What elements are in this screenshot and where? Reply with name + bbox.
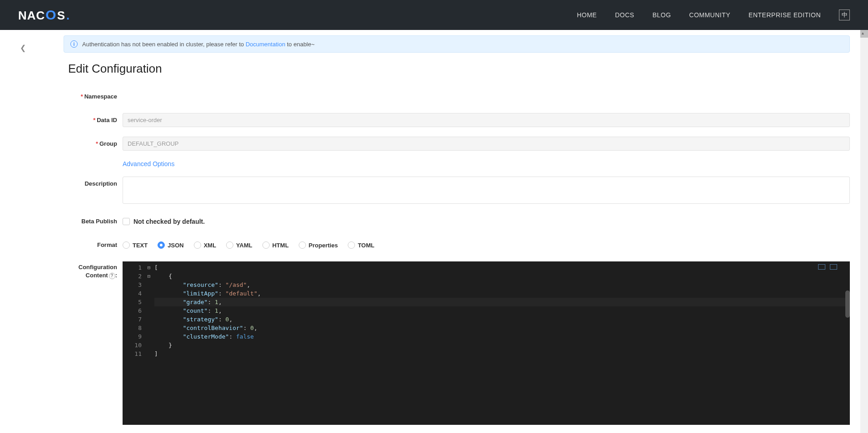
beta-checkbox[interactable] [123, 218, 130, 225]
main-content: i Authentication has not been enabled in… [45, 30, 868, 433]
config-form: *Namespace *Data ID *Group [64, 89, 850, 425]
body: ❮ i Authentication has not been enabled … [0, 30, 868, 433]
namespace-label: *Namespace [64, 89, 123, 104]
top-nav: HOME DOCS BLOG COMMUNITY ENTERPRISE EDIT… [577, 10, 850, 20]
advanced-options-link[interactable]: Advanced Options [123, 160, 174, 167]
beta-label: Beta Publish [64, 214, 123, 229]
format-yaml[interactable]: YAML [226, 241, 252, 249]
editor-code[interactable]: [ { "resource": "/asd", "limitApp": "def… [154, 263, 845, 358]
description-input[interactable] [123, 177, 850, 204]
top-bar: NACOS. HOME DOCS BLOG COMMUNITY ENTERPRI… [0, 0, 868, 30]
description-label: Description [64, 177, 123, 191]
format-text[interactable]: TEXT [123, 241, 148, 249]
editor-scrollbar[interactable] [843, 261, 850, 425]
format-label: Format [64, 238, 123, 252]
alert-text-suffix: to enable~ [285, 41, 315, 48]
nav-home[interactable]: HOME [577, 11, 597, 19]
format-xml[interactable]: XML [194, 241, 216, 249]
language-switch[interactable]: 中 [839, 10, 850, 20]
nav-community[interactable]: COMMUNITY [689, 11, 730, 19]
page-scrollbar[interactable] [860, 30, 868, 433]
format-properties[interactable]: Properties [299, 241, 338, 249]
beta-hint: Not checked by default. [133, 218, 205, 225]
content-label: Configuration Content?: [64, 261, 123, 280]
alert-doc-link[interactable]: Documentation [246, 41, 285, 48]
alert-text-prefix: Authentication has not been enabled in c… [82, 41, 246, 48]
dataid-label: *Data ID [64, 113, 123, 128]
app-root: NACOS. HOME DOCS BLOG COMMUNITY ENTERPRI… [0, 0, 868, 433]
code-editor[interactable]: 1234567891011 ⊟⊟ [ { "resource": "/asd",… [123, 261, 850, 425]
nav-blog[interactable]: BLOG [652, 11, 671, 19]
brand-logo[interactable]: NACOS. [18, 7, 70, 23]
nav-enterprise[interactable]: ENTERPRISE EDITION [749, 11, 821, 19]
sidebar: ❮ [0, 30, 45, 433]
page-scroll-up-button[interactable] [860, 30, 868, 38]
group-input [123, 137, 850, 151]
format-html[interactable]: HTML [262, 241, 289, 249]
editor-fold-column[interactable]: ⊟⊟ [145, 263, 153, 358]
help-icon[interactable]: ? [109, 273, 115, 279]
nav-docs[interactable]: DOCS [615, 11, 634, 19]
dataid-input [123, 113, 850, 127]
info-icon: i [70, 40, 78, 48]
sidebar-expand-icon[interactable]: ❮ [20, 44, 26, 52]
group-label: *Group [64, 137, 123, 151]
editor-scroll-thumb[interactable] [845, 290, 850, 318]
page-title: Edit Configuration [68, 62, 850, 76]
format-radio-group: TEXT JSON XML YAML HTML Properties TOML [123, 238, 850, 252]
auth-alert: i Authentication has not been enabled in… [64, 35, 850, 53]
format-toml[interactable]: TOML [348, 241, 375, 249]
format-json[interactable]: JSON [158, 241, 183, 249]
editor-gutter: 1234567891011 [123, 263, 145, 358]
